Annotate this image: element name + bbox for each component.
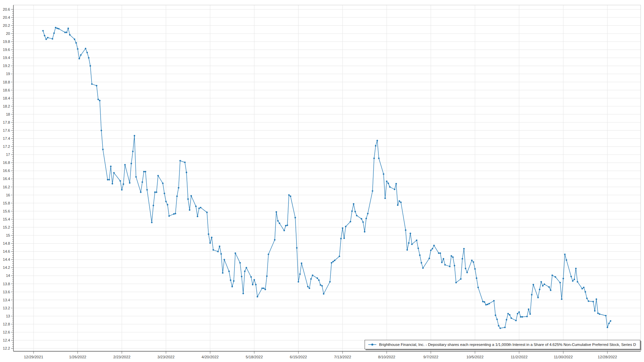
y-tick-label: 15.6 <box>3 209 10 213</box>
data-point <box>145 171 146 173</box>
data-point <box>96 85 98 86</box>
data-point <box>528 308 530 310</box>
data-point <box>482 301 484 302</box>
data-point <box>430 250 432 251</box>
data-point <box>555 276 556 278</box>
data-point <box>53 33 55 34</box>
data-point <box>44 35 46 37</box>
data-point <box>581 288 583 290</box>
data-point <box>208 233 209 235</box>
data-point <box>594 310 596 312</box>
x-tick-label: 6/15/2022 <box>290 355 307 359</box>
data-point <box>135 176 137 178</box>
y-tick-label: 13.4 <box>3 298 10 302</box>
data-point <box>312 275 314 276</box>
data-point <box>364 231 366 233</box>
data-point <box>206 212 208 213</box>
data-point <box>493 300 495 302</box>
x-tick-label: 12/28/2022 <box>598 355 617 359</box>
data-point <box>345 226 346 228</box>
data-point <box>542 285 544 287</box>
data-point <box>418 248 419 249</box>
y-tick-label: 18 <box>6 112 10 116</box>
data-point <box>419 254 421 256</box>
data-point <box>356 215 358 217</box>
data-point <box>250 276 252 278</box>
data-point <box>496 318 498 320</box>
data-point <box>499 327 501 329</box>
data-point <box>592 301 594 302</box>
data-point <box>301 262 303 264</box>
data-point <box>90 65 91 67</box>
data-point <box>211 237 213 238</box>
data-point <box>350 221 352 223</box>
x-tick-label: 8/10/2022 <box>378 355 395 359</box>
data-point <box>465 268 467 269</box>
data-point <box>575 268 577 269</box>
data-point <box>197 216 199 217</box>
data-point <box>355 211 356 213</box>
data-point <box>80 54 82 56</box>
data-point <box>529 313 531 315</box>
y-tick-label: 16.6 <box>3 169 10 173</box>
data-point <box>217 251 219 252</box>
x-tick-label: 1/26/2022 <box>69 355 86 359</box>
y-tick-label: 15.8 <box>3 201 10 205</box>
data-point <box>231 286 233 288</box>
data-point <box>78 58 80 60</box>
data-point <box>504 327 506 328</box>
data-point <box>389 186 391 188</box>
data-point <box>566 259 567 261</box>
data-point <box>309 288 310 289</box>
data-point <box>56 27 58 29</box>
data-point <box>444 264 446 266</box>
data-point <box>550 290 551 291</box>
data-point <box>129 182 130 184</box>
x-tick-label: 9/7/2022 <box>423 355 438 359</box>
data-point <box>394 189 395 190</box>
data-point <box>450 255 452 257</box>
data-point <box>586 298 588 299</box>
data-point <box>88 57 90 59</box>
data-point <box>373 158 375 159</box>
legend: Brighthouse Financial, Inc. - Depositary… <box>365 340 640 349</box>
data-point <box>276 211 277 213</box>
data-point <box>75 42 77 44</box>
data-point <box>77 48 78 50</box>
data-point <box>432 248 433 250</box>
data-point <box>607 327 608 328</box>
y-tick-label: 13.6 <box>3 290 10 294</box>
data-point <box>383 173 384 175</box>
y-tick-label: 15 <box>6 233 10 237</box>
data-point <box>187 198 189 200</box>
data-point <box>99 100 101 102</box>
data-point <box>455 282 457 284</box>
data-point <box>42 30 44 32</box>
data-point <box>156 191 157 193</box>
data-point <box>366 218 367 219</box>
data-point <box>294 217 296 219</box>
data-point <box>544 284 545 285</box>
x-tick-label: 2/23/2022 <box>113 355 130 359</box>
data-point <box>597 312 599 314</box>
data-point <box>411 243 413 245</box>
data-point <box>466 272 468 274</box>
data-point <box>487 304 488 305</box>
y-tick-label: 18.2 <box>3 104 10 108</box>
data-point <box>405 229 407 231</box>
data-point <box>386 181 388 182</box>
data-point <box>239 262 241 264</box>
data-point <box>372 190 373 192</box>
y-tick-label: 19.8 <box>3 40 10 44</box>
data-point <box>299 274 301 275</box>
y-tick-label: 20.6 <box>3 7 10 11</box>
data-point <box>515 320 517 321</box>
data-point <box>416 239 418 241</box>
y-tick-label: 19.4 <box>3 56 10 60</box>
data-point <box>123 183 124 185</box>
y-tick-label: 14 <box>6 274 10 278</box>
data-point <box>285 225 287 227</box>
data-point <box>585 291 586 293</box>
data-point <box>449 266 451 267</box>
y-tick-label: 16 <box>6 193 10 197</box>
